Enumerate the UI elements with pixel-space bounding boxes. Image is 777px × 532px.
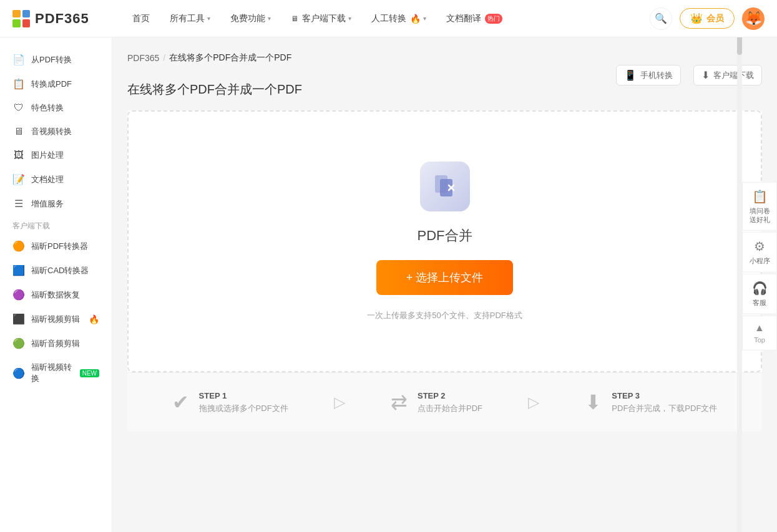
sidebar-item-to-pdf[interactable]: 📋 转换成PDF [0, 72, 112, 96]
nav-human-label: 人工转换 [371, 13, 406, 24]
video-convert-icon: 🔵 [12, 367, 25, 379]
pdf-merge-icon-wrap [420, 162, 470, 211]
sidebar-item-label: 福昕数据恢复 [31, 289, 80, 301]
sidebar-item-label: 福昕音频剪辑 [31, 338, 80, 349]
nav-human-arrow: ▾ [423, 15, 426, 22]
nav-human[interactable]: 人工转换 🔥 ▾ [364, 9, 434, 28]
cad-converter-icon: 🟦 [12, 264, 25, 276]
av-icon: 🖥 [12, 126, 25, 137]
float-service[interactable]: 🎧 客服 [742, 274, 777, 314]
step-1: ✔ STEP 1 拖拽或选择多个PDF文件 [172, 390, 288, 414]
mobile-convert-button[interactable]: 📱 手机转换 [616, 65, 681, 85]
logo-grid [12, 10, 30, 27]
step2-desc: 点击开始合并PDF [418, 403, 482, 414]
sidebar-item-image[interactable]: 🖼 图片处理 [0, 143, 112, 167]
step2-info: STEP 2 点击开始合并PDF [418, 391, 482, 414]
sidebar-item-video-convert[interactable]: 🔵 福昕视频转换 NEW [0, 355, 112, 390]
nav-free-label: 免费功能 [230, 13, 265, 24]
miniprogram-icon: ⚙ [754, 239, 765, 254]
header-right: 🔍 👑 会员 🦊 [650, 7, 765, 30]
image-icon: 🖼 [12, 150, 25, 161]
nav-download-icon: 🖥 [291, 14, 298, 23]
nav-download[interactable]: 🖥 客户端下载 ▾ [283, 9, 359, 28]
step1-desc: 拖拽或选择多个PDF文件 [199, 403, 288, 414]
float-survey-label: 填问卷送好礼 [750, 206, 770, 224]
nav-download-label: 客户端下载 [302, 13, 346, 24]
special-icon: 🛡 [12, 102, 25, 114]
nav-tools[interactable]: 所有工具 ▾ [162, 9, 218, 28]
mobile-convert-label: 手机转换 [640, 70, 673, 81]
sidebar-item-pdf-converter[interactable]: 🟠 福昕PDF转换器 [0, 234, 112, 258]
nav-translate-label: 文档翻译 [446, 13, 481, 24]
step1-check-icon: ✔ [172, 390, 189, 414]
client-download-label: 客户端下载 [713, 70, 754, 81]
audio-edit-icon: 🟢 [12, 337, 25, 349]
sidebar-item-cad-converter[interactable]: 🟦 福昕CAD转换器 [0, 258, 112, 283]
mobile-icon: 📱 [624, 69, 637, 81]
sidebar-item-from-pdf[interactable]: 📄 从PDF转换 [0, 47, 112, 72]
step1-label: STEP 1 [199, 391, 288, 400]
float-top[interactable]: ▲ Top [742, 316, 777, 351]
step3-info: STEP 3 PDF合并完成，下载PDF文件 [612, 391, 717, 414]
upload-title: PDF合并 [418, 226, 472, 245]
data-recovery-icon: 🟣 [12, 289, 25, 301]
sidebar-item-label: 福昕CAD转换器 [31, 265, 89, 276]
crown-icon: 👑 [690, 12, 703, 24]
sidebar-item-label: 特色转换 [31, 102, 64, 114]
float-top-label: Top [754, 336, 765, 344]
sidebar-item-label: 福昕视频转换 [31, 362, 74, 384]
hot-badge: 热门 [485, 14, 502, 24]
fire-badge-icon: 🔥 [89, 314, 99, 324]
float-survey[interactable]: 📋 填问卷送好礼 [742, 181, 777, 231]
nav-tools-arrow: ▾ [207, 15, 210, 22]
float-miniprogram-label: 小程序 [750, 256, 770, 266]
fire-icon: 🔥 [410, 14, 421, 24]
sidebar-item-label: 福昕视频剪辑 [31, 314, 80, 325]
scrollbar-track [737, 0, 742, 532]
sidebar-item-video-edit[interactable]: ⬛ 福昕视频剪辑 🔥 [0, 307, 112, 331]
float-miniprogram[interactable]: ⚙ 小程序 [742, 232, 777, 273]
top-arrow-icon: ▲ [755, 322, 765, 334]
layout: 📄 从PDF转换 📋 转换成PDF 🛡 特色转换 🖥 音视频转换 🖼 图片处理 … [0, 37, 777, 532]
vip-label: 会员 [706, 13, 724, 24]
upload-area: PDF合并 + 选择上传文件 一次上传最多支持50个文件、支持PDF格式 [127, 110, 762, 372]
sidebar-item-label: 图片处理 [31, 150, 64, 161]
sidebar-item-label: 福昕PDF转换器 [31, 241, 88, 252]
sidebar-item-label: 从PDF转换 [31, 54, 72, 65]
page-title: 在线将多个PDF合并成一个PDF [127, 81, 302, 98]
sidebar-item-vip-service[interactable]: ☰ 增值服务 [0, 191, 112, 216]
sidebar-item-audio-edit[interactable]: 🟢 福昕音频剪辑 [0, 331, 112, 355]
sidebar-section-title: 客户端下载 [0, 216, 112, 234]
pdf-merge-svg-icon [431, 173, 459, 200]
upload-box: PDF合并 + 选择上传文件 一次上传最多支持50个文件、支持PDF格式 ✔ S… [127, 110, 762, 432]
breadcrumb-sep: / [163, 53, 165, 63]
pdf-converter-icon: 🟠 [12, 240, 25, 252]
upload-btn-label: + 选择上传文件 [406, 270, 484, 285]
avatar[interactable]: 🦊 [742, 7, 765, 30]
sidebar-item-data-recovery[interactable]: 🟣 福昕数据恢复 [0, 283, 112, 307]
sidebar-item-special[interactable]: 🛡 特色转换 [0, 96, 112, 120]
new-badge: NEW [80, 369, 99, 377]
step-arrow-1: ▷ [334, 394, 345, 411]
upload-hint: 一次上传最多支持50个文件、支持PDF格式 [367, 310, 522, 321]
steps-container: ✔ STEP 1 拖拽或选择多个PDF文件 ▷ ⇄ STEP 2 点击开始合并P… [127, 372, 762, 432]
nav-home[interactable]: 首页 [125, 9, 157, 28]
download-icon: ⬇ [701, 69, 710, 81]
step3-label: STEP 3 [612, 391, 717, 400]
video-edit-icon: ⬛ [12, 313, 25, 325]
from-pdf-icon: 📄 [12, 54, 25, 65]
avatar-icon: 🦊 [745, 11, 762, 27]
sidebar-item-av[interactable]: 🖥 音视频转换 [0, 120, 112, 143]
sidebar-item-doc[interactable]: 📝 文档处理 [0, 167, 112, 191]
nav-free[interactable]: 免费功能 ▾ [223, 9, 278, 28]
step3-download-icon: ⬇ [585, 390, 602, 414]
search-button[interactable]: 🔍 [650, 7, 672, 30]
client-download-button[interactable]: ⬇ 客户端下载 [693, 65, 762, 85]
vip-button[interactable]: 👑 会员 [680, 8, 735, 29]
breadcrumb-home[interactable]: PDF365 [127, 53, 159, 63]
sidebar-item-label: 增值服务 [31, 198, 64, 210]
step1-info: STEP 1 拖拽或选择多个PDF文件 [199, 391, 288, 414]
nav-translate[interactable]: 文档翻译 热门 [439, 9, 510, 28]
logo[interactable]: PDF365 [12, 10, 125, 27]
upload-file-button[interactable]: + 选择上传文件 [376, 260, 514, 295]
